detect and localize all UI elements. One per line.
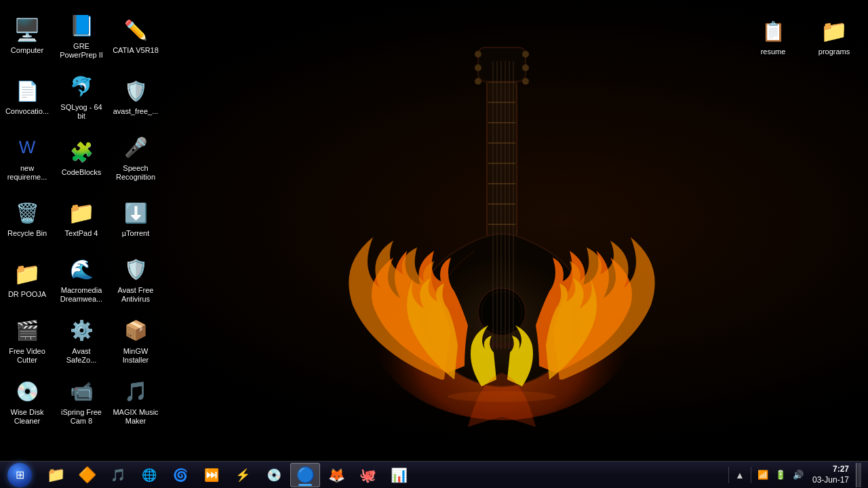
recycle-bin-icon: 🗑️ [14, 199, 41, 226]
icon-sqlyog[interactable]: 🐬 SQLyog - 64 bit [54, 66, 108, 127]
taskbar-opera[interactable]: 🌐 [134, 463, 164, 487]
avast-antivirus-icon: 🛡️ [122, 256, 149, 283]
gre-powerprep-icon: 📘 [68, 12, 95, 39]
taskbar-filezilla[interactable]: ⚡ [228, 463, 258, 487]
programs-icon: 📁 [821, 18, 848, 45]
tray-volume-icon[interactable]: 🔊 [791, 468, 806, 481]
icon-free-video-cutter[interactable]: 🎬 Free Video Cutter [0, 310, 54, 371]
tray-battery-icon[interactable]: 🔋 [773, 468, 788, 481]
taskbar-daemon-tools[interactable]: 💿 [259, 463, 289, 487]
icon-dr-pooja-label: DR POOJA [8, 290, 46, 299]
icon-magix-music-maker[interactable]: 🎵 MAGIX Music Maker [108, 371, 163, 432]
icon-free-video-cutter-label: Free Video Cutter [3, 347, 52, 365]
tray-show-hidden[interactable]: ▲ [733, 468, 747, 482]
free-video-cutter-icon: 🎬 [14, 317, 41, 344]
media-next-icon: ⏭️ [204, 468, 219, 483]
daemon-tools-icon: 💿 [267, 468, 281, 483]
icon-gre-powerprep[interactable]: 📘 GRE PowerPrep II [54, 5, 108, 66]
taskbar-vlc[interactable]: 🔶 [72, 463, 102, 487]
icon-codeblocks-label: CodeBlocks [62, 168, 102, 177]
icon-textpad4[interactable]: 📁 TextPad 4 [54, 188, 108, 249]
avast-safezone-icon: ⚙️ [68, 317, 95, 344]
icon-programs[interactable]: 📁 programs [807, 7, 861, 68]
icon-ispring-free-cam[interactable]: 📹 iSpring Free Cam 8 [54, 371, 108, 432]
icon-resume-label: resume [761, 47, 786, 56]
icon-macromedia[interactable]: 🌊 Macromedia Dreamwea... [54, 249, 108, 310]
icon-wise-disk-cleaner-label: Wise Disk Cleaner [3, 408, 52, 426]
tray-network-icon[interactable]: 📶 [755, 468, 770, 481]
icon-new-requirement[interactable]: W new requireme... [0, 127, 54, 188]
taskbar-notepad[interactable]: 📊 [384, 463, 414, 487]
taskbar-apps: 📁 🔶 🎵 🌐 🌀 ⏭️ ⚡ 💿 🔵 🦊 🐙 [39, 462, 722, 488]
filezilla-icon: ⚡ [235, 468, 250, 483]
taskbar-chrome[interactable]: 🔵 [290, 463, 320, 487]
icon-recycle-bin[interactable]: 🗑️ Recycle Bin [0, 188, 54, 249]
icon-avast-free[interactable]: 🛡️ avast_free_... [108, 66, 163, 127]
windows-logo-icon: ⊞ [16, 468, 24, 481]
icon-programs-label: programs [818, 47, 850, 56]
codeblocks-icon: 🧩 [68, 138, 95, 165]
icon-avast-antivirus[interactable]: 🛡️ Avast Free Antivirus [108, 249, 163, 310]
computer-icon: 🖥️ [14, 16, 41, 43]
icon-computer-label: Computer [11, 46, 43, 55]
taskbar-windows-media[interactable]: 🎵 [103, 463, 133, 487]
wise-disk-cleaner-icon: 💿 [14, 378, 41, 405]
opera-icon: 🌐 [142, 468, 157, 483]
icon-avast-safezone[interactable]: ⚙️ Avast SafeZo... [54, 310, 108, 371]
chrome-icon: 🔵 [296, 466, 315, 484]
notepad-icon: 📊 [391, 467, 408, 483]
icon-mingw-installer-label: MinGW Installer [111, 347, 160, 365]
desktop-icons: 🖥️ Computer 📄 Convocatio... W new requir… [0, 0, 163, 461]
icon-wise-disk-cleaner[interactable]: 💿 Wise Disk Cleaner [0, 371, 54, 432]
icon-magix-music-maker-label: MAGIX Music Maker [111, 408, 160, 426]
icon-recycle-bin-label: Recycle Bin [7, 229, 47, 238]
convocation-icon: 📄 [14, 77, 41, 104]
start-button[interactable]: ⊞ [1, 463, 38, 487]
dr-pooja-icon: 📁 [14, 260, 41, 287]
icon-speech-recognition[interactable]: 🎤 Speech Recognition [108, 127, 163, 188]
icon-codeblocks[interactable]: 🧩 CodeBlocks [54, 127, 108, 188]
icon-convocation-label: Convocatio... [5, 107, 49, 116]
magix-music-maker-icon: 🎵 [122, 378, 149, 405]
icon-dr-pooja[interactable]: 📁 DR POOJA [0, 249, 54, 310]
icon-utorrent[interactable]: ⬇️ µTorrent [108, 188, 163, 249]
new-requirement-icon: W [14, 134, 41, 161]
icon-resume[interactable]: 📋 resume [746, 7, 800, 68]
icon-computer[interactable]: 🖥️ Computer [0, 5, 54, 66]
avast-free-icon: 🛡️ [122, 77, 149, 104]
explorer-icon: 📁 [47, 466, 65, 484]
windows-media-icon: 🎵 [111, 468, 125, 483]
ispring-free-cam-icon: 📹 [68, 378, 95, 405]
mingw-installer-icon: 📦 [122, 317, 149, 344]
taskbar: ⊞ 📁 🔶 🎵 🌐 🌀 ⏭️ ⚡ 💿 🔵 [0, 461, 868, 488]
icon-textpad4-label: TextPad 4 [65, 229, 98, 238]
taskbar-xampp[interactable]: 🐙 [353, 463, 382, 487]
icon-convocation[interactable]: 📄 Convocatio... [0, 66, 54, 127]
icon-catia[interactable]: ✏️ CATIA V5R18 [108, 5, 163, 66]
icon-mingw-installer[interactable]: 📦 MinGW Installer [108, 310, 163, 371]
icon-gre-powerprep-label: GRE PowerPrep II [57, 42, 106, 60]
tray-separator [728, 467, 729, 483]
icon-avast-free-label: avast_free_... [113, 107, 159, 116]
clock-time: 7:27 [812, 464, 849, 475]
xampp-icon: 🐙 [359, 467, 376, 483]
icon-ispring-free-cam-label: iSpring Free Cam 8 [57, 408, 106, 426]
icon-utorrent-label: µTorrent [122, 229, 150, 238]
icon-avast-antivirus-label: Avast Free Antivirus [111, 286, 160, 304]
taskbar-explorer[interactable]: 📁 [41, 463, 71, 487]
icon-avast-safezone-label: Avast SafeZo... [57, 347, 106, 365]
start-orb: ⊞ [7, 463, 32, 487]
icon-catia-label: CATIA V5R18 [113, 46, 159, 55]
icon-new-requirement-label: new requireme... [3, 164, 52, 182]
clock[interactable]: 7:27 03-Jun-17 [808, 464, 853, 485]
taskbar-firefox[interactable]: 🦊 [321, 463, 351, 487]
taskbar-media-next[interactable]: ⏭️ [197, 463, 226, 487]
taskbar-uc-browser[interactable]: 🌀 [165, 463, 195, 487]
tray-separator-2 [751, 467, 751, 483]
active-indicator [298, 484, 312, 486]
vlc-icon: 🔶 [78, 466, 96, 484]
macromedia-icon: 🌊 [68, 256, 95, 283]
show-desktop-button[interactable] [856, 463, 861, 487]
taskbar-tray: ▲ 📶 🔋 🔊 7:27 03-Jun-17 [722, 462, 867, 488]
uc-browser-icon: 🌀 [173, 468, 188, 483]
